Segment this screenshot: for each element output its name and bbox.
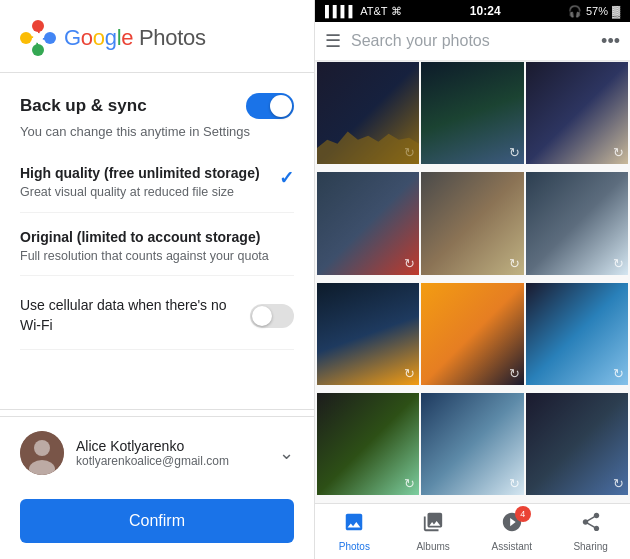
left-panel: Google Photos Back up & sync You can cha… [0,0,315,559]
avatar [20,431,64,475]
photo-cell[interactable]: ↻ [526,62,628,164]
nav-item-sharing[interactable]: Sharing [551,511,630,552]
high-quality-info: High quality (free unlimited storage) Gr… [20,165,260,202]
svg-point-4 [33,33,43,43]
high-quality-checkmark: ✓ [279,167,294,189]
photo-cell[interactable]: ↻ [421,283,523,385]
backup-toggle[interactable] [246,93,294,119]
photo-cell[interactable]: ↻ [317,283,419,385]
svg-point-2 [32,44,44,56]
divider-account [0,409,314,410]
backup-sync-row: Back up & sync [20,93,294,119]
signal-icon: ▌▌▌▌ [325,5,356,17]
headphones-icon: 🎧 [568,5,582,18]
sync-icon: ↻ [404,366,415,381]
high-quality-option[interactable]: High quality (free unlimited storage) Gr… [20,155,294,213]
status-right: 🎧 57% ▓ [568,5,620,18]
carrier-label: AT&T [360,5,387,17]
battery-label: 57% [586,5,608,17]
albums-nav-label: Albums [416,541,449,552]
photos-nav-icon [343,511,365,538]
hamburger-icon[interactable]: ☰ [325,30,341,52]
status-time: 10:24 [470,4,501,18]
photo-cell[interactable]: ↻ [421,62,523,164]
original-title: Original (limited to account storage) [20,229,269,245]
svg-point-1 [20,32,32,44]
right-panel: ▌▌▌▌ AT&T ⌘ 10:24 🎧 57% ▓ ☰ Search your … [315,0,630,559]
sync-icon: ↻ [404,256,415,271]
sync-icon: ↻ [613,256,624,271]
photos-nav-label: Photos [339,541,370,552]
logo-text: Google Photos [64,25,206,51]
confirm-button[interactable]: Confirm [20,499,294,543]
sharing-nav-label: Sharing [573,541,607,552]
photo-cell[interactable]: ↻ [421,172,523,274]
photo-cell[interactable]: ↻ [317,62,419,164]
cellular-knob [252,306,272,326]
svg-point-0 [32,20,44,32]
divider-top [0,72,314,73]
account-name: Alice Kotlyarenko [76,438,267,454]
backup-sync-title: Back up & sync [20,96,147,116]
sync-icon: ↻ [613,366,624,381]
svg-point-3 [44,32,56,44]
photo-cell[interactable]: ↻ [526,283,628,385]
account-chevron-icon: ⌄ [279,442,294,464]
search-input[interactable]: Search your photos [351,32,591,50]
photo-cell[interactable]: ↻ [317,393,419,495]
account-info: Alice Kotlyarenko kotlyarenkoalice@gmail… [76,438,267,468]
sharing-nav-icon [580,511,602,538]
cellular-title: Use cellular data when there's no Wi-Fi [20,296,240,335]
sync-icon: ↻ [404,145,415,160]
wifi-icon: ⌘ [391,5,402,18]
account-email: kotlyarenkoalice@gmail.com [76,454,267,468]
high-quality-title: High quality (free unlimited storage) [20,165,260,181]
sync-icon: ↻ [509,145,520,160]
nav-item-assistant[interactable]: 4 Assistant [473,511,552,552]
photo-cell[interactable]: ↻ [526,172,628,274]
sync-icon: ↻ [509,476,520,491]
photo-cell[interactable]: ↻ [421,393,523,495]
assistant-nav-label: Assistant [492,541,533,552]
account-section[interactable]: Alice Kotlyarenko kotlyarenkoalice@gmail… [0,416,314,489]
photo-cell[interactable]: ↻ [526,393,628,495]
toggle-knob [270,95,292,117]
sync-icon: ↻ [509,256,520,271]
photo-cell[interactable]: ↻ [317,172,419,274]
status-bar: ▌▌▌▌ AT&T ⌘ 10:24 🎧 57% ▓ [315,0,630,22]
battery-icon: ▓ [612,5,620,17]
sync-icon: ↻ [613,476,624,491]
original-desc: Full resolution that counts against your… [20,248,269,266]
settings-content: Back up & sync You can change this anyti… [0,79,314,403]
photos-grid: ↻ ↻ ↻ ↻ ↻ ↻ ↻ ↻ ↻ ↻ ↻ ↻ [315,60,630,503]
pinwheel-icon [20,20,56,56]
svg-point-6 [34,440,50,456]
backup-subtitle: You can change this anytime in Settings [20,123,294,141]
assistant-badge: 4 [501,511,523,538]
sync-icon: ↻ [404,476,415,491]
status-left: ▌▌▌▌ AT&T ⌘ [325,5,402,18]
logo-area: Google Photos [0,0,314,66]
high-quality-desc: Great visual quality at reduced file siz… [20,184,260,202]
nav-item-photos[interactable]: Photos [315,511,394,552]
albums-nav-icon [422,511,444,538]
original-info: Original (limited to account storage) Fu… [20,229,269,266]
search-bar: ☰ Search your photos ••• [315,22,630,60]
google-photos-logo: Google Photos [20,20,206,56]
bottom-nav: Photos Albums 4 Assistant [315,503,630,559]
cellular-toggle[interactable] [250,304,294,328]
assistant-badge-count: 4 [515,506,531,522]
nav-item-albums[interactable]: Albums [394,511,473,552]
original-option[interactable]: Original (limited to account storage) Fu… [20,219,294,277]
more-options-icon[interactable]: ••• [601,31,620,52]
sync-icon: ↻ [509,366,520,381]
sync-icon: ↻ [613,145,624,160]
cellular-row: Use cellular data when there's no Wi-Fi [20,282,294,350]
